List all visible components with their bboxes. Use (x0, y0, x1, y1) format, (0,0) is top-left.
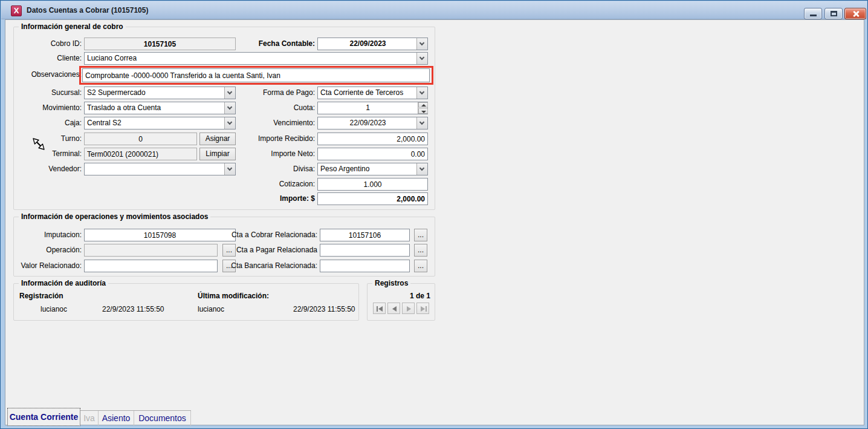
chevron-down-icon[interactable] (416, 38, 427, 50)
modificacion-datetime: 22/9/2023 11:55:50 (293, 305, 355, 313)
terminal-label: Terminal: (11, 148, 82, 160)
importe-neto-input[interactable] (317, 148, 428, 160)
spinner-up-icon[interactable] (418, 102, 428, 108)
cotizacion-input[interactable] (317, 178, 428, 191)
importe-input[interactable] (317, 192, 428, 205)
close-icon (852, 10, 860, 18)
cliente-combobox[interactable]: Luciano Correa (84, 52, 428, 65)
cta-pagar-label: Cta a Pagar Relacionada (209, 244, 317, 257)
operacion-field (84, 244, 218, 257)
previous-record-icon (390, 306, 398, 312)
tab-asiento[interactable]: Asiento (99, 411, 134, 426)
spinner-down-icon[interactable] (418, 108, 428, 114)
cuota-label: Cuota: (218, 102, 315, 114)
fecha-contable-value: 22/09/2023 (320, 38, 415, 50)
divisa-combobox[interactable]: Peso Argentino (317, 163, 428, 175)
cta-bancaria-label: Cta Bancaria Relacionada: (209, 260, 317, 272)
cta-cobrar-label: Cta a Cobrar Relacionada: (209, 229, 317, 241)
fecha-contable-label: Fecha Contable: (218, 38, 315, 50)
cotizacion-label: Cotizacion: (218, 178, 315, 191)
observaciones-label: Observaciones: (11, 68, 82, 81)
vencimiento-combobox[interactable]: 22/09/2023 (317, 117, 428, 129)
cuota-value: 1 (320, 102, 415, 114)
cta-cobrar-browse-button[interactable]: ... (414, 229, 427, 241)
caja-combobox[interactable]: Central S2 (84, 117, 236, 129)
imputacion-label: Imputacion: (11, 229, 82, 241)
group-title: Información general de cobro (19, 22, 126, 31)
cliente-label: Cliente: (11, 52, 82, 65)
minimize-icon (810, 15, 817, 16)
sucursal-value: S2 Supermercado (87, 87, 223, 99)
importe-neto-label: Importe Neto: (218, 148, 315, 160)
maximize-button[interactable] (824, 8, 843, 19)
cta-bancaria-input[interactable] (320, 260, 410, 272)
chevron-down-icon[interactable] (416, 87, 427, 99)
turno-field (84, 133, 197, 145)
forma-de-pago-combobox[interactable]: Cta Corriente de Terceros (317, 87, 428, 99)
record-position: 1 de 1 (367, 292, 430, 300)
modificacion-label: Última modificación: (198, 292, 269, 300)
previous-record-button[interactable] (387, 303, 400, 314)
vendedor-label: Vendedor: (11, 163, 82, 175)
chevron-down-icon[interactable] (416, 53, 427, 64)
app-icon-glyph: X (14, 6, 19, 15)
first-record-button[interactable] (373, 303, 386, 314)
chevron-down-icon[interactable] (416, 163, 427, 175)
cobro-id-field (84, 38, 236, 50)
next-record-button[interactable] (402, 303, 415, 314)
operacion-label: Operación: (11, 244, 82, 257)
turno-label: Turno: (11, 133, 82, 145)
forma-de-pago-label: Forma de Pago: (218, 87, 315, 99)
vencimiento-label: Vencimiento: (218, 117, 315, 129)
vendedor-value (87, 163, 223, 175)
last-record-button[interactable] (416, 303, 429, 314)
caja-value: Central S2 (87, 117, 223, 129)
tab-iva: Iva (80, 411, 99, 426)
form-client-area: Información general de cobro Cobro ID: F… (5, 19, 864, 425)
vendedor-combobox[interactable] (84, 163, 236, 175)
chevron-down-icon[interactable] (416, 117, 427, 129)
cta-pagar-input[interactable] (320, 244, 410, 257)
vencimiento-value: 22/09/2023 (320, 117, 415, 129)
cuota-stepper[interactable]: 1 (317, 102, 428, 114)
importe-recibido-input[interactable] (317, 133, 428, 145)
maximize-icon (831, 11, 837, 16)
titlebar[interactable]: X Datos Cuentas a Cobrar (10157105) (1, 1, 867, 19)
first-record-icon (376, 306, 384, 312)
cta-bancaria-browse-button[interactable]: ... (414, 260, 427, 272)
forma-de-pago-value: Cta Corriente de Terceros (320, 87, 415, 99)
cta-pagar-browse-button[interactable]: ... (414, 244, 427, 257)
sucursal-combobox[interactable]: S2 Supermercado (84, 87, 236, 99)
importe-label: Importe: $ (218, 192, 315, 205)
window-title: Datos Cuentas a Cobrar (10157105) (27, 1, 148, 19)
minimize-button[interactable] (804, 8, 822, 19)
cta-cobrar-input[interactable] (320, 229, 410, 241)
group-title: Información de operaciones y movimientos… (19, 212, 210, 221)
valor-relacionado-input[interactable] (84, 260, 218, 272)
fecha-contable-combobox[interactable]: 22/09/2023 (317, 38, 428, 50)
app-window: X Datos Cuentas a Cobrar (10157105) Info… (0, 0, 868, 429)
observaciones-input[interactable] (82, 68, 430, 82)
close-button[interactable] (844, 8, 866, 19)
app-icon: X (11, 5, 22, 16)
registracion-datetime: 22/9/2023 11:55:50 (102, 305, 164, 313)
sucursal-label: Sucursal: (11, 87, 82, 99)
terminal-field (84, 148, 197, 160)
registracion-user: lucianoc (40, 305, 67, 313)
importe-recibido-label: Importe Recibido: (218, 133, 315, 145)
divisa-value: Peso Argentino (320, 163, 415, 175)
movimiento-combobox[interactable]: Traslado a otra Cuenta (84, 102, 236, 114)
group-title: Registros (372, 279, 410, 287)
divisa-label: Divisa: (218, 163, 315, 175)
movimiento-value: Traslado a otra Cuenta (87, 102, 223, 114)
caja-label: Caja: (11, 117, 82, 129)
next-record-icon (405, 306, 413, 312)
last-record-icon (419, 306, 427, 312)
registracion-label: Registración (19, 292, 63, 300)
group-title: Información de auditoría (19, 279, 108, 287)
cobro-id-label: Cobro ID: (11, 38, 82, 50)
tab-cuenta-corriente[interactable]: Cuenta Corriente (7, 408, 80, 426)
tab-documentos[interactable]: Documentos (134, 411, 191, 426)
group-auditoria: Información de auditoría (13, 283, 359, 321)
valor-relacionado-label: Valor Relacionado: (11, 260, 82, 272)
